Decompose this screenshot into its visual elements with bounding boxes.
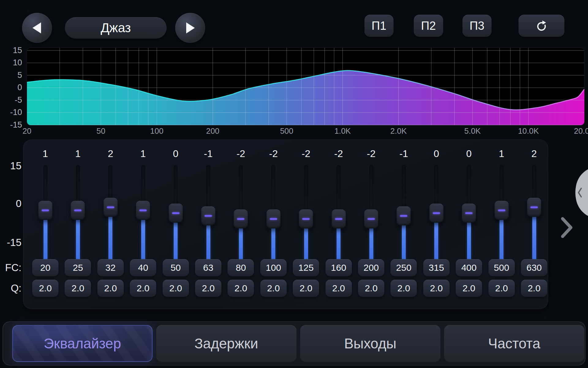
band-fc-button[interactable]: 100	[260, 259, 287, 276]
eq-band: 2 32 2.0	[94, 140, 127, 309]
band-q-button[interactable]: 2.0	[65, 280, 91, 297]
band-q-button[interactable]: 2.0	[521, 280, 547, 297]
slider-thumb[interactable]	[495, 201, 509, 220]
x-axis-tick-label: 500	[273, 126, 300, 136]
band-fc-button[interactable]: 500	[488, 259, 515, 276]
band-gain-value: 2	[94, 148, 127, 159]
side-drawer-handle[interactable]	[569, 169, 588, 216]
x-axis-tick-label: 200	[199, 126, 227, 136]
eq-band: 1 40 2.0	[127, 140, 159, 309]
slider-thumb[interactable]	[201, 206, 215, 225]
band-fc-button[interactable]: 32	[97, 259, 124, 276]
band-slider[interactable]	[387, 165, 420, 261]
band-fc-button[interactable]: 400	[456, 259, 482, 276]
band-q-button[interactable]: 2.0	[163, 280, 189, 297]
slider-thumb[interactable]	[136, 201, 150, 220]
y-axis-tick-label: 15	[0, 46, 22, 55]
band-fc-button[interactable]: 315	[423, 259, 450, 276]
tab-delays[interactable]: Задержки	[156, 325, 296, 362]
thumb-dash-icon	[205, 215, 212, 217]
y-axis-tick-label: 0	[0, 83, 22, 92]
band-fc-button[interactable]: 25	[65, 259, 91, 276]
band-gain-value: -2	[290, 148, 322, 159]
eq-band: -2 125 2.0	[290, 140, 322, 309]
tab-equalizer[interactable]: Эквалайзер	[12, 325, 153, 362]
x-axis-tick-label: 5.0K	[459, 126, 486, 136]
band-q-button[interactable]: 2.0	[97, 280, 124, 297]
band-slider[interactable]	[453, 165, 485, 261]
band-q-button[interactable]: 2.0	[456, 280, 482, 297]
band-q-button[interactable]: 2.0	[32, 280, 58, 297]
tab-crossover[interactable]: Частота	[444, 325, 584, 362]
band-fc-button[interactable]: 20	[32, 259, 58, 276]
reset-eq-button[interactable]	[518, 15, 564, 37]
slider-thumb[interactable]	[299, 209, 313, 228]
band-fc-button[interactable]: 200	[358, 259, 384, 276]
band-fc-button[interactable]: 63	[195, 259, 221, 276]
band-q-button[interactable]: 2.0	[358, 280, 384, 297]
q-row-label: Q:	[2, 282, 21, 294]
band-slider[interactable]	[94, 165, 127, 261]
band-q-button[interactable]: 2.0	[293, 280, 319, 297]
band-q-button[interactable]: 2.0	[326, 280, 352, 297]
band-q-button[interactable]: 2.0	[130, 280, 156, 297]
slider-thumb[interactable]	[38, 201, 52, 220]
band-q-button[interactable]: 2.0	[260, 280, 287, 297]
band-slider[interactable]	[290, 165, 322, 261]
eq-response-chart	[27, 48, 584, 125]
band-fc-button[interactable]: 160	[326, 259, 352, 276]
band-q-button[interactable]: 2.0	[390, 280, 417, 297]
band-fc-button[interactable]: 50	[163, 259, 189, 276]
band-q-button[interactable]: 2.0	[228, 280, 254, 297]
band-slider[interactable]	[192, 165, 224, 261]
band-fc-button[interactable]: 630	[521, 259, 547, 276]
band-slider[interactable]	[518, 165, 550, 261]
preset-next-button[interactable]	[175, 13, 205, 43]
slider-thumb[interactable]	[527, 198, 541, 217]
band-slider[interactable]	[224, 165, 257, 261]
eq-band: 2 630 2.0	[518, 140, 550, 309]
band-gain-value: -2	[355, 148, 387, 159]
preset-prev-button[interactable]	[22, 13, 52, 43]
slider-thumb[interactable]	[266, 209, 281, 228]
memory-preset-3-button[interactable]: П3	[462, 15, 492, 37]
tab-outputs[interactable]: Выходы	[300, 325, 440, 362]
slider-thumb[interactable]	[364, 209, 378, 228]
band-gain-value: -2	[224, 148, 257, 159]
slider-thumb[interactable]	[234, 209, 248, 228]
band-fc-button[interactable]: 125	[293, 259, 319, 276]
right-triangle-icon	[185, 22, 195, 34]
x-axis-tick-label: 2.0K	[385, 126, 412, 136]
memory-preset-2-button[interactable]: П2	[414, 15, 443, 37]
preset-name-display[interactable]: Джаз	[65, 17, 167, 39]
band-slider[interactable]	[355, 165, 387, 261]
band-fc-button[interactable]: 40	[130, 259, 156, 276]
memory-preset-1-button[interactable]: П1	[364, 15, 394, 37]
band-fc-button[interactable]: 80	[228, 259, 254, 276]
band-slider[interactable]	[160, 165, 192, 261]
eq-band: -2 160 2.0	[322, 140, 355, 309]
band-gain-value: 1	[62, 148, 94, 159]
slider-thumb[interactable]	[169, 204, 183, 223]
slider-thumb[interactable]	[397, 206, 411, 225]
next-bands-page-button[interactable]	[560, 217, 574, 239]
slider-thumb[interactable]	[462, 204, 476, 223]
band-fc-button[interactable]: 250	[390, 259, 417, 276]
thumb-dash-icon	[139, 209, 147, 211]
band-q-button[interactable]: 2.0	[488, 280, 515, 297]
thumb-dash-icon	[498, 209, 505, 211]
slider-thumb[interactable]	[104, 198, 118, 217]
band-q-button[interactable]: 2.0	[195, 280, 221, 297]
band-slider[interactable]	[29, 165, 62, 261]
band-q-button[interactable]: 2.0	[423, 280, 450, 297]
slider-thumb[interactable]	[332, 209, 346, 228]
slider-thumb[interactable]	[429, 204, 443, 223]
band-slider[interactable]	[420, 165, 453, 261]
band-slider[interactable]	[257, 165, 290, 261]
band-slider[interactable]	[62, 165, 94, 261]
slider-thumb[interactable]	[71, 201, 85, 220]
thumb-dash-icon	[465, 212, 473, 214]
band-slider[interactable]	[322, 165, 355, 261]
band-slider[interactable]	[485, 165, 518, 261]
band-slider[interactable]	[127, 165, 159, 261]
